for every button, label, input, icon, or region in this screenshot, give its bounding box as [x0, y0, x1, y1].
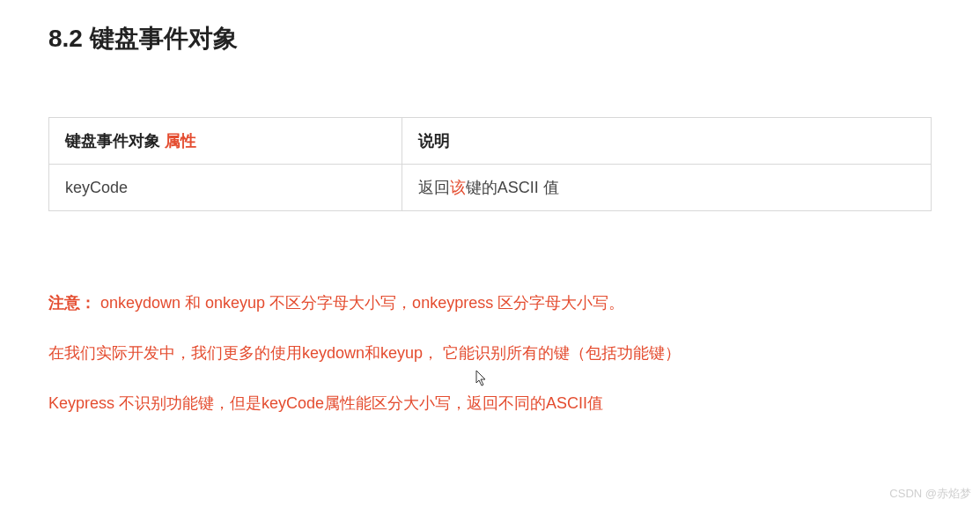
- section-heading: 8.2 键盘事件对象: [48, 22, 932, 55]
- note-text-1: onkeydown 和 onkeyup 不区分字母大小写，onkeypress …: [96, 294, 624, 312]
- td-suffix-text: 键的ASCII 值: [466, 179, 559, 196]
- notes-section: 注意： onkeydown 和 onkeyup 不区分字母大小写，onkeypr…: [48, 290, 932, 415]
- note-line-1: 注意： onkeydown 和 onkeyup 不区分字母大小写，onkeypr…: [48, 290, 932, 316]
- table-header-description: 说明: [402, 118, 931, 165]
- watermark-text: CSDN @赤焰梦: [889, 486, 971, 502]
- th-prefix-text: 键盘事件对象: [65, 132, 165, 150]
- note-line-3: Keypress 不识别功能键，但是keyCode属性能区分大小写，返回不同的A…: [48, 391, 932, 416]
- table-header-property: 键盘事件对象 属性: [49, 118, 402, 165]
- table-cell-description: 返回该键的ASCII 值: [402, 165, 931, 211]
- td-highlight-text: 该: [450, 179, 466, 196]
- table-row: keyCode 返回该键的ASCII 值: [49, 165, 932, 211]
- note-line-2: 在我们实际开发中，我们更多的使用keydown和keyup， 它能识别所有的键（…: [48, 341, 932, 366]
- note-label: 注意：: [48, 294, 96, 312]
- table-cell-property: keyCode: [49, 165, 402, 211]
- table-header-row: 键盘事件对象 属性 说明: [49, 118, 932, 165]
- th-highlight-text: 属性: [165, 132, 196, 150]
- keyboard-event-table: 键盘事件对象 属性 说明 keyCode 返回该键的ASCII 值: [48, 117, 932, 211]
- td-prefix-text: 返回: [418, 179, 450, 196]
